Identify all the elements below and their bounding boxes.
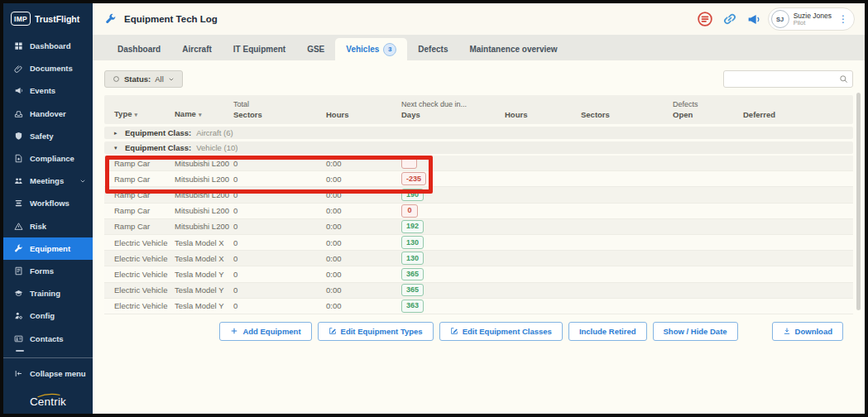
sidebar-item-label: Dashboard	[30, 41, 71, 50]
sidebar-item-compliance[interactable]: Compliance	[3, 147, 93, 170]
sidebar-item-label: Workflows	[30, 199, 70, 208]
cell-days-due: 192	[401, 220, 505, 233]
days-due-badge	[401, 156, 417, 169]
tab-gse[interactable]: GSE	[296, 38, 335, 60]
announcements-icon[interactable]	[746, 12, 760, 26]
sidebar-item-contacts[interactable]: Contacts	[3, 327, 93, 349]
tab-aircraft[interactable]: Aircraft	[171, 38, 223, 60]
table-row[interactable]: Electric Vehicle Tesla Model Y 0 0:00 36…	[104, 266, 853, 282]
column-header-label: Hours	[326, 110, 348, 119]
table-row[interactable]: Ramp Car Mitsubishi L200 0 0:00 190	[104, 187, 853, 203]
add-equipment-button[interactable]: Add Equipment	[219, 322, 311, 341]
table-row[interactable]: Ramp Car Mitsubishi L200 0 0:00 -235	[104, 171, 853, 187]
sidebar-item-equipment[interactable]: Equipment	[3, 237, 93, 260]
chevron-down-icon	[168, 76, 175, 83]
button-label: Show / Hide Date	[664, 327, 727, 336]
sidebar-item-dashboard[interactable]: Dashboard	[3, 35, 93, 57]
column-header-name[interactable]: Name▾	[175, 98, 233, 120]
column-header-sectors: Sectors	[581, 98, 673, 120]
include-retired-button[interactable]: Include Retired	[568, 322, 647, 341]
sidebar-item-risk[interactable]: Risk	[3, 215, 93, 237]
table-row[interactable]: Electric Vehicle Tesla Model Y 0 0:00 36…	[104, 299, 853, 314]
table-row[interactable]: Electric Vehicle Tesla Model X 0 0:00 13…	[104, 251, 853, 266]
user-menu[interactable]: SJ Suzie Jones Pilot ⋮	[768, 7, 855, 31]
table-row[interactable]: Electric Vehicle Tesla Model X 0 0:00 13…	[104, 235, 853, 251]
link-icon[interactable]	[722, 11, 739, 28]
button-label: Edit Equipment Classes	[463, 327, 552, 336]
events-icon	[14, 86, 23, 95]
sidebar-item-config[interactable]: Config	[3, 304, 93, 327]
sidebar-item-label: Contacts	[30, 334, 64, 343]
table-row[interactable]: Electric Vehicle Tesla Model Y 0 0:00 36…	[104, 283, 853, 299]
tab-vehicles[interactable]: Vehicles 3	[335, 38, 407, 60]
cell-name: Mitsubishi L200	[175, 175, 233, 184]
cell-type: Electric Vehicle	[114, 285, 175, 295]
cell-days-due: 190	[401, 189, 505, 202]
cell-hours: 0:00	[326, 175, 401, 184]
sort-caret-icon: ▾	[199, 112, 202, 117]
sidebar-item-events[interactable]: Events	[3, 79, 93, 102]
tab-maintanence-overview[interactable]: Maintanence overview	[458, 38, 568, 60]
tab-it-equipment[interactable]: IT Equipment	[223, 38, 296, 60]
column-header-label: Sectors	[233, 110, 262, 119]
days-due-badge: 365	[401, 268, 424, 281]
group-row-vehicle[interactable]: ▾ Equipment Class: Vehicle (10)	[104, 141, 853, 154]
app-header: Equipment Tech Log SJ Suzie Jones Pilot …	[93, 3, 865, 35]
tab-dashboard[interactable]: Dashboard	[107, 38, 171, 60]
tab-label: Defects	[418, 45, 448, 54]
avatar: SJ	[771, 10, 789, 28]
sort-caret-icon: ▾	[134, 112, 137, 117]
sidebar-item-workflows[interactable]: Workflows	[3, 192, 93, 214]
show-hide-date-button[interactable]: Show / Hide Date	[653, 322, 738, 341]
table-row[interactable]: Ramp Car Mitsubishi L200 0 0:00 0	[104, 204, 853, 219]
reports-icon[interactable]	[697, 11, 714, 28]
download-icon	[783, 327, 791, 335]
table-row[interactable]: Ramp Car Mitsubishi L200 0 0:00	[104, 156, 853, 171]
cell-type: Ramp Car	[114, 175, 175, 184]
edit-equipment-types-button[interactable]: Edit Equipment Types	[318, 322, 434, 341]
sidebar-item-handover[interactable]: Handover	[3, 103, 93, 125]
equipment-table: Type▾ Name▾ Total Sectors Hours Next che…	[104, 95, 853, 314]
cell-total-sectors: 0	[233, 190, 326, 199]
cell-name: Tesla Model Y	[175, 285, 233, 295]
collapse-menu-label: Collapse menu	[30, 369, 86, 378]
cell-total-sectors: 0	[233, 285, 326, 295]
status-filter[interactable]: Status: All	[104, 70, 183, 88]
download-button[interactable]: Download	[772, 322, 843, 341]
sidebar-item-training[interactable]: Training	[3, 282, 93, 304]
cell-type: Ramp Car	[114, 190, 175, 199]
days-due-badge: -235	[401, 172, 426, 185]
table-scrollbar[interactable]	[856, 93, 861, 310]
cell-hours: 0:00	[326, 270, 401, 279]
tab-label: Maintanence overview	[469, 45, 557, 54]
days-due-badge: 365	[401, 284, 424, 297]
tab-defects[interactable]: Defects	[407, 38, 458, 60]
cell-hours: 0:00	[326, 254, 401, 263]
forms-icon	[14, 266, 23, 276]
cell-days-due: 363	[401, 300, 505, 313]
sidebar-item-safety[interactable]: Safety	[3, 125, 93, 147]
sidebar-item-documents[interactable]: Documents	[3, 57, 93, 79]
sidebar-item-meetings[interactable]: Meetings	[3, 170, 93, 192]
cell-total-sectors: 0	[233, 175, 326, 184]
sidebar-item-forms[interactable]: Forms	[3, 260, 93, 282]
group-row-aircraft[interactable]: ▸ Equipment Class: Aircraft (6)	[104, 127, 853, 139]
cell-hours: 0:00	[326, 238, 401, 247]
tab-bar: Dashboard Aircraft IT Equipment GSE Vehi…	[93, 35, 865, 60]
collapse-menu-button[interactable]: Collapse menu	[3, 362, 93, 385]
edit-equipment-classes-button[interactable]: Edit Equipment Classes	[439, 322, 563, 341]
imp-logo: IMP	[11, 12, 31, 26]
kebab-menu-icon[interactable]: ⋮	[836, 13, 852, 25]
column-header-topline: Total	[233, 99, 326, 109]
search-input[interactable]	[723, 70, 853, 88]
brand-name: TrustFlight	[35, 14, 79, 24]
documents-icon	[14, 64, 23, 73]
column-header-topline	[114, 98, 175, 108]
column-header-label: Days	[401, 110, 420, 119]
footer-actions: Add Equipment Edit Equipment Types Edit …	[104, 322, 853, 341]
brand: IMP TrustFlight	[3, 3, 93, 35]
column-header-type[interactable]: Type▾	[114, 98, 175, 120]
main-area: Equipment Tech Log SJ Suzie Jones Pilot …	[93, 3, 865, 414]
table-row[interactable]: Ramp Car Mitsubishi L200 0 0:00 192	[104, 219, 853, 235]
sidebar-partial-item	[16, 350, 24, 352]
